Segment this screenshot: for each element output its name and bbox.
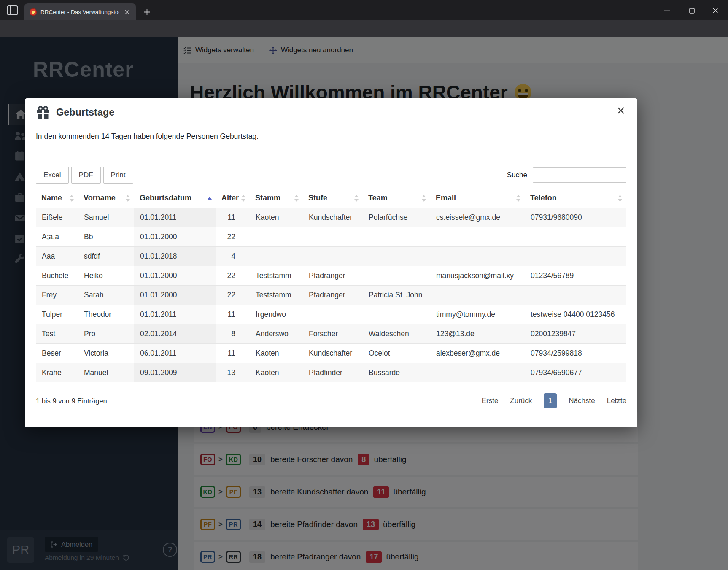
cell-email: alexbeser@gmx.de (430, 343, 525, 363)
sort-icon (126, 195, 130, 202)
cell-geburtsdatum: 01.01.2011 (134, 305, 216, 324)
cell-stufe (303, 246, 363, 266)
cell-stufe: Forscher (303, 324, 363, 343)
search-input[interactable] (533, 167, 626, 183)
cell-email (430, 363, 525, 382)
column-header-vorname[interactable]: Vorname (78, 189, 134, 208)
cell-telefon: testweise 04400 0123456 (525, 305, 626, 324)
cell-team: Patricia St. John (363, 285, 430, 305)
cell-stufe: Pfadranger (303, 285, 363, 305)
column-header-team[interactable]: Team (363, 189, 430, 208)
gift-icon (36, 105, 50, 119)
cell-geburtsdatum: 01.01.2011 (134, 208, 216, 227)
cell-vorname: Theodor (78, 305, 134, 324)
cell-alter: 13 (216, 363, 250, 382)
cell-stamm (250, 227, 303, 246)
column-header-alter[interactable]: Alter (216, 189, 250, 208)
cell-telefon: 02001239847 (525, 324, 626, 343)
cell-team (363, 227, 430, 246)
cell-name: Test (36, 324, 78, 343)
pagination-next[interactable]: Nächste (569, 397, 595, 405)
sort-icon (618, 195, 622, 202)
cell-telefon (525, 227, 626, 246)
export-excel-button[interactable]: Excel (36, 167, 69, 184)
table-row: Aaasdfdf01.01.20184 (36, 246, 626, 266)
cell-stamm: Anderswo (250, 324, 303, 343)
cell-geburtsdatum: 01.01.2000 (134, 285, 216, 305)
sort-icon (70, 195, 74, 202)
cell-team: Polarfüchse (363, 208, 430, 227)
table-row: BeserVictoria06.01.201111KaotenKundschaf… (36, 343, 626, 363)
pagination: Erste Zurück 1 Nächste Letzte (482, 393, 626, 408)
column-header-email[interactable]: Email (430, 189, 525, 208)
sort-icon (294, 195, 299, 202)
sort-icon (241, 195, 245, 202)
cell-name: Aaa (36, 246, 78, 266)
column-header-telefon[interactable]: Telefon (525, 189, 626, 208)
column-header-geburtsdatum[interactable]: Geburtsdatum (134, 189, 216, 208)
cell-alter: 11 (216, 305, 250, 324)
table-row: KraheManuel09.01.200913KaotenPfadfinderB… (36, 363, 626, 382)
cell-alter: 22 (216, 266, 250, 285)
column-header-name[interactable]: Name (36, 189, 78, 208)
window-maximize-button[interactable] (685, 5, 699, 16)
cell-vorname: Manuel (78, 363, 134, 382)
cell-alter: 22 (216, 285, 250, 305)
cell-email (430, 227, 525, 246)
column-header-stufe[interactable]: Stufe (303, 189, 363, 208)
table-info: 1 bis 9 von 9 Einträgen (36, 397, 107, 405)
cell-telefon: 01234/56789 (525, 266, 626, 285)
cell-email: cs.eissele@gmx.de (430, 208, 525, 227)
workspaces-icon[interactable] (7, 5, 18, 15)
table-row: FreySarah01.01.200022TeststammPfadranger… (36, 285, 626, 305)
cell-email: mariusjackson@mail.xy (430, 266, 525, 285)
cell-team (363, 266, 430, 285)
cell-email: 123@13.de (430, 324, 525, 343)
sort-icon (422, 195, 426, 202)
search-wrap: Suche (507, 167, 626, 183)
browser-tab[interactable]: RRCenter - Das Verwaltungstool (24, 3, 136, 20)
cell-email: timmy@tommy.de (430, 305, 525, 324)
cell-alter: 11 (216, 343, 250, 363)
cell-stufe: Kundschafter (303, 208, 363, 227)
cell-team (363, 246, 430, 266)
window-minimize-button[interactable] (660, 5, 674, 16)
cell-stufe: Pfadfinder (303, 363, 363, 382)
cell-alter: 22 (216, 227, 250, 246)
window-close-button[interactable] (708, 5, 723, 16)
column-header-stamm[interactable]: Stamm (250, 189, 303, 208)
cell-email (430, 285, 525, 305)
cell-geburtsdatum: 06.01.2011 (134, 343, 216, 363)
tab-close-icon[interactable] (122, 7, 132, 16)
pagination-current-page[interactable]: 1 (544, 393, 557, 408)
cell-geburtsdatum: 01.01.2018 (134, 246, 216, 266)
export-pdf-button[interactable]: PDF (71, 167, 101, 184)
cell-team (363, 305, 430, 324)
new-tab-button[interactable] (142, 7, 152, 17)
modal-close-icon[interactable] (614, 103, 628, 118)
cell-geburtsdatum: 09.01.2009 (134, 363, 216, 382)
cell-geburtsdatum: 02.01.2014 (134, 324, 216, 343)
cell-telefon: 07934/2599818 (525, 343, 626, 363)
birthdays-table: NameVornameGeburtsdatumAlterStammStufeTe… (36, 189, 626, 382)
export-print-button[interactable]: Print (103, 167, 133, 184)
pagination-last[interactable]: Letzte (607, 397, 626, 405)
tab-title: RRCenter - Das Verwaltungstool (40, 9, 119, 15)
cell-stufe (303, 227, 363, 246)
modal-intro-text: In den kommenden 14 Tagen haben folgende… (36, 132, 259, 141)
browser-tab-strip: RRCenter - Das Verwaltungstool (0, 0, 728, 20)
cell-telefon (525, 285, 626, 305)
cell-vorname: Sarah (78, 285, 134, 305)
cell-name: Eißele (36, 208, 78, 227)
table-row: TulperTheodor01.01.201111Irgendwotimmy@t… (36, 305, 626, 324)
sort-asc-icon (208, 195, 212, 202)
cell-stamm (250, 246, 303, 266)
pagination-prev[interactable]: Zurück (510, 397, 532, 405)
browser-toolbar: https://rrcenter.de/index.php (0, 20, 728, 37)
cell-vorname: Pro (78, 324, 134, 343)
cell-vorname: Samuel (78, 208, 134, 227)
cell-team: Waldeschen (363, 324, 430, 343)
pagination-first[interactable]: Erste (482, 397, 499, 405)
cell-stamm: Irgendwo (250, 305, 303, 324)
birthdays-modal: Geburtstage In den kommenden 14 Tagen ha… (25, 98, 637, 427)
